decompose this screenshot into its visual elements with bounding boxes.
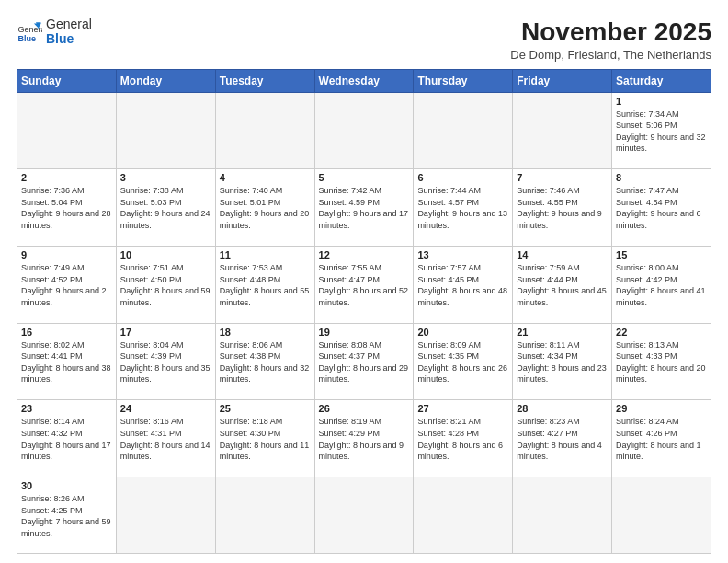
- logo-blue-text: Blue: [46, 31, 92, 46]
- month-title: November 2025: [510, 17, 711, 48]
- weekday-header-thursday: Thursday: [414, 69, 513, 92]
- day-info: Sunrise: 8:02 AM Sunset: 4:41 PM Dayligh…: [21, 339, 112, 385]
- day-info: Sunrise: 8:24 AM Sunset: 4:26 PM Dayligh…: [616, 416, 707, 462]
- day-info: Sunrise: 8:26 AM Sunset: 4:25 PM Dayligh…: [21, 493, 112, 539]
- day-number: 15: [616, 249, 707, 260]
- calendar-cell: [116, 92, 215, 169]
- day-info: Sunrise: 8:21 AM Sunset: 4:28 PM Dayligh…: [417, 416, 508, 462]
- logo-general-text: General: [46, 17, 92, 31]
- day-number: 11: [220, 249, 311, 260]
- day-info: Sunrise: 7:53 AM Sunset: 4:48 PM Dayligh…: [220, 262, 311, 308]
- calendar-cell: 23Sunrise: 8:14 AM Sunset: 4:32 PM Dayli…: [17, 400, 117, 477]
- generalblue-logo-icon: General Blue: [17, 18, 42, 44]
- day-number: 24: [120, 403, 211, 414]
- weekday-header-row: SundayMondayTuesdayWednesdayThursdayFrid…: [17, 69, 711, 92]
- calendar-week-row: 2Sunrise: 7:36 AM Sunset: 5:04 PM Daylig…: [17, 169, 711, 247]
- calendar-cell: 3Sunrise: 7:38 AM Sunset: 5:03 PM Daylig…: [116, 169, 215, 247]
- calendar-cell: [215, 477, 314, 554]
- calendar-cell: 10Sunrise: 7:51 AM Sunset: 4:50 PM Dayli…: [116, 246, 215, 323]
- day-number: 3: [120, 172, 211, 183]
- calendar-cell: 15Sunrise: 8:00 AM Sunset: 4:42 PM Dayli…: [612, 246, 711, 323]
- day-info: Sunrise: 7:44 AM Sunset: 4:57 PM Dayligh…: [417, 185, 508, 231]
- day-number: 22: [616, 327, 707, 338]
- calendar-cell: 20Sunrise: 8:09 AM Sunset: 4:35 PM Dayli…: [414, 323, 513, 400]
- calendar-cell: 6Sunrise: 7:44 AM Sunset: 4:57 PM Daylig…: [414, 169, 513, 247]
- day-number: 6: [417, 172, 508, 183]
- day-info: Sunrise: 7:40 AM Sunset: 5:01 PM Dayligh…: [220, 185, 311, 231]
- calendar-cell: 9Sunrise: 7:49 AM Sunset: 4:52 PM Daylig…: [17, 246, 117, 323]
- weekday-header-monday: Monday: [116, 69, 215, 92]
- calendar-cell: 5Sunrise: 7:42 AM Sunset: 4:59 PM Daylig…: [314, 169, 414, 247]
- day-info: Sunrise: 7:49 AM Sunset: 4:52 PM Dayligh…: [21, 262, 112, 308]
- calendar-cell: 11Sunrise: 7:53 AM Sunset: 4:48 PM Dayli…: [215, 246, 314, 323]
- day-info: Sunrise: 8:13 AM Sunset: 4:33 PM Dayligh…: [616, 339, 707, 385]
- weekday-header-wednesday: Wednesday: [314, 69, 414, 92]
- calendar-cell: 12Sunrise: 7:55 AM Sunset: 4:47 PM Dayli…: [314, 246, 414, 323]
- day-info: Sunrise: 8:09 AM Sunset: 4:35 PM Dayligh…: [417, 339, 508, 385]
- calendar-cell: 2Sunrise: 7:36 AM Sunset: 5:04 PM Daylig…: [17, 169, 117, 247]
- calendar-cell: [414, 477, 513, 554]
- calendar-cell: 30Sunrise: 8:26 AM Sunset: 4:25 PM Dayli…: [17, 477, 117, 554]
- day-info: Sunrise: 8:18 AM Sunset: 4:30 PM Dayligh…: [220, 416, 311, 462]
- day-info: Sunrise: 8:06 AM Sunset: 4:38 PM Dayligh…: [220, 339, 311, 385]
- day-number: 26: [319, 403, 410, 414]
- day-info: Sunrise: 7:38 AM Sunset: 5:03 PM Dayligh…: [120, 185, 211, 231]
- day-number: 20: [417, 327, 508, 338]
- day-number: 1: [616, 96, 707, 107]
- day-number: 8: [616, 172, 707, 183]
- day-info: Sunrise: 8:08 AM Sunset: 4:37 PM Dayligh…: [319, 339, 410, 385]
- calendar-table: SundayMondayTuesdayWednesdayThursdayFrid…: [17, 69, 711, 554]
- calendar-cell: [513, 477, 612, 554]
- day-number: 23: [21, 403, 112, 414]
- svg-text:Blue: Blue: [17, 34, 36, 43]
- day-number: 29: [616, 403, 707, 414]
- day-info: Sunrise: 8:04 AM Sunset: 4:39 PM Dayligh…: [120, 339, 211, 385]
- calendar-cell: 25Sunrise: 8:18 AM Sunset: 4:30 PM Dayli…: [215, 400, 314, 477]
- day-number: 12: [319, 249, 410, 260]
- header: General Blue General Blue November 2025 …: [17, 17, 711, 62]
- day-info: Sunrise: 7:55 AM Sunset: 4:47 PM Dayligh…: [319, 262, 410, 308]
- day-number: 30: [21, 480, 112, 491]
- day-info: Sunrise: 7:57 AM Sunset: 4:45 PM Dayligh…: [417, 262, 508, 308]
- calendar-cell: [314, 477, 414, 554]
- calendar-week-row: 16Sunrise: 8:02 AM Sunset: 4:41 PM Dayli…: [17, 323, 711, 400]
- title-block: November 2025 De Domp, Friesland, The Ne…: [510, 17, 711, 62]
- calendar-cell: 27Sunrise: 8:21 AM Sunset: 4:28 PM Dayli…: [414, 400, 513, 477]
- location-subtitle: De Domp, Friesland, The Netherlands: [510, 48, 711, 62]
- calendar-cell: 14Sunrise: 7:59 AM Sunset: 4:44 PM Dayli…: [513, 246, 612, 323]
- calendar-week-row: 1Sunrise: 7:34 AM Sunset: 5:06 PM Daylig…: [17, 92, 711, 169]
- calendar-cell: 19Sunrise: 8:08 AM Sunset: 4:37 PM Dayli…: [314, 323, 414, 400]
- day-info: Sunrise: 8:11 AM Sunset: 4:34 PM Dayligh…: [517, 339, 608, 385]
- calendar-cell: 29Sunrise: 8:24 AM Sunset: 4:26 PM Dayli…: [612, 400, 711, 477]
- calendar-cell: 8Sunrise: 7:47 AM Sunset: 4:54 PM Daylig…: [612, 169, 711, 247]
- day-info: Sunrise: 7:51 AM Sunset: 4:50 PM Dayligh…: [120, 262, 211, 308]
- calendar-cell: 13Sunrise: 7:57 AM Sunset: 4:45 PM Dayli…: [414, 246, 513, 323]
- calendar-cell: 22Sunrise: 8:13 AM Sunset: 4:33 PM Dayli…: [612, 323, 711, 400]
- day-number: 9: [21, 249, 112, 260]
- day-info: Sunrise: 7:36 AM Sunset: 5:04 PM Dayligh…: [21, 185, 112, 231]
- day-number: 21: [517, 327, 608, 338]
- calendar-cell: [414, 92, 513, 169]
- weekday-header-sunday: Sunday: [17, 69, 117, 92]
- weekday-header-friday: Friday: [513, 69, 612, 92]
- calendar-cell: 17Sunrise: 8:04 AM Sunset: 4:39 PM Dayli…: [116, 323, 215, 400]
- logo: General Blue General Blue: [17, 17, 92, 46]
- day-number: 5: [319, 172, 410, 183]
- day-info: Sunrise: 8:00 AM Sunset: 4:42 PM Dayligh…: [616, 262, 707, 308]
- day-info: Sunrise: 7:59 AM Sunset: 4:44 PM Dayligh…: [517, 262, 608, 308]
- day-info: Sunrise: 8:23 AM Sunset: 4:27 PM Dayligh…: [517, 416, 608, 462]
- day-number: 7: [517, 172, 608, 183]
- calendar-cell: 7Sunrise: 7:46 AM Sunset: 4:55 PM Daylig…: [513, 169, 612, 247]
- day-number: 16: [21, 327, 112, 338]
- calendar-cell: [513, 92, 612, 169]
- day-info: Sunrise: 7:34 AM Sunset: 5:06 PM Dayligh…: [616, 109, 707, 155]
- day-number: 27: [417, 403, 508, 414]
- calendar-cell: [17, 92, 117, 169]
- day-info: Sunrise: 8:14 AM Sunset: 4:32 PM Dayligh…: [21, 416, 112, 462]
- calendar-cell: [612, 477, 711, 554]
- calendar-cell: 18Sunrise: 8:06 AM Sunset: 4:38 PM Dayli…: [215, 323, 314, 400]
- calendar-cell: 24Sunrise: 8:16 AM Sunset: 4:31 PM Dayli…: [116, 400, 215, 477]
- calendar-week-row: 9Sunrise: 7:49 AM Sunset: 4:52 PM Daylig…: [17, 246, 711, 323]
- calendar-cell: 4Sunrise: 7:40 AM Sunset: 5:01 PM Daylig…: [215, 169, 314, 247]
- day-number: 14: [517, 249, 608, 260]
